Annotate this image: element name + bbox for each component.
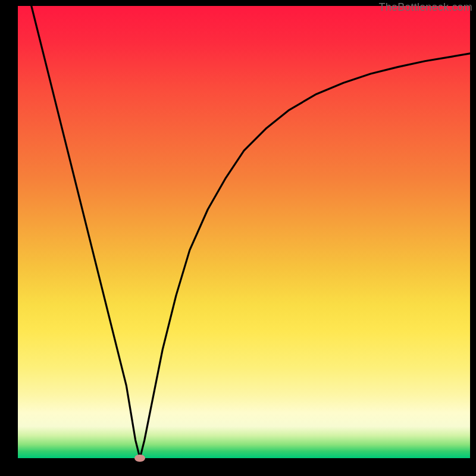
vertex-marker: [134, 455, 145, 462]
bottleneck-curve: [18, 6, 470, 458]
chart-frame: TheBottleneck.com: [0, 0, 476, 476]
plot-area: [18, 6, 470, 458]
attribution-text: TheBottleneck.com: [379, 1, 472, 14]
